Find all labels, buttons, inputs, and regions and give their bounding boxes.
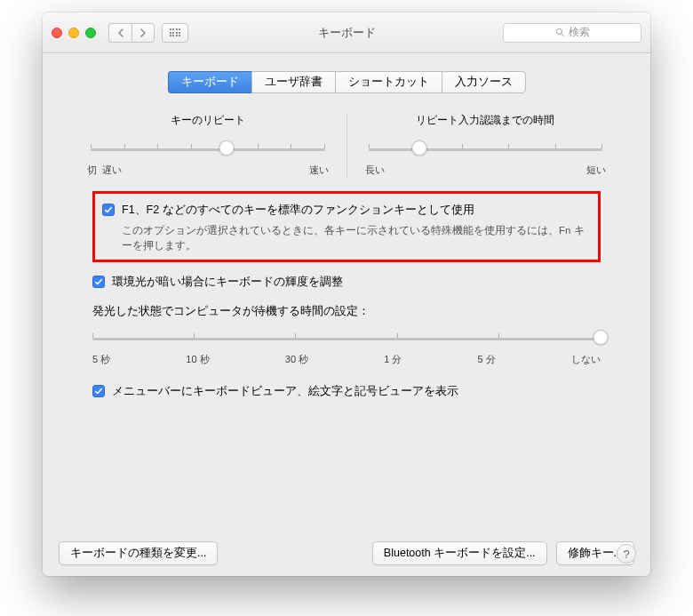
adjust-brightness-label: 環境光が暗い場合にキーボードの輝度を調整 [112, 275, 343, 290]
forward-button[interactable] [131, 23, 155, 43]
search-input[interactable]: 検索 [503, 23, 641, 43]
traffic-lights [52, 28, 96, 38]
show-viewers-checkbox[interactable] [92, 385, 105, 397]
idle-stop-10s: 10 秒 [186, 353, 209, 366]
idle-stop-30s: 30 秒 [285, 353, 308, 366]
tab-user-dict[interactable]: ユーザ辞書 [251, 71, 335, 93]
slider-row: キーのリピート 切 遅い 速い リピート入力認識までの時間 [59, 113, 634, 177]
show-all-button[interactable] [162, 23, 188, 43]
minimize-button[interactable] [68, 28, 79, 38]
change-keyboard-type-button[interactable]: キーボードの種類を変更... [59, 541, 218, 565]
bottom-buttons: キーボードの種類を変更... Bluetooth キーボードを設定... 修飾キ… [43, 541, 650, 565]
tab-input-sources[interactable]: 入力ソース [442, 71, 526, 93]
idle-stop-never: しない [571, 353, 601, 366]
slider-divider [346, 113, 347, 177]
delay-title: リピート入力認識までの時間 [363, 113, 609, 128]
fn-keys-label: F1、F2 などのすべてのキーを標準のファンクションキーとして使用 [122, 203, 474, 218]
highlight-box: F1、F2 などのすべてのキーを標準のファンクションキーとして使用 このオプショ… [92, 191, 601, 262]
grid-icon [170, 28, 181, 36]
svg-line-1 [561, 34, 563, 36]
idle-stops: 5 秒 10 秒 30 秒 1 分 5 分 しない [92, 353, 601, 366]
titlebar: キーボード 検索 [43, 12, 650, 53]
idle-thumb[interactable] [593, 330, 609, 345]
key-repeat-title: キーのリピート [85, 113, 331, 128]
help-button[interactable]: ? [617, 544, 636, 564]
show-viewers-option: メニューバーにキーボードビューア、絵文字と記号ビューアを表示 [92, 380, 601, 403]
check-icon [104, 205, 113, 214]
key-repeat-thumb[interactable] [219, 140, 234, 156]
content-area: キーボード ユーザ辞書 ショートカット 入力ソース キーのリピート 切 遅い 速… [43, 53, 650, 417]
tab-keyboard[interactable]: キーボード [168, 71, 251, 93]
close-button[interactable] [52, 28, 62, 38]
fn-keys-hint: このオプションが選択されているときに、各キーに示されている特殊機能を使用するには… [122, 223, 591, 252]
bluetooth-setup-button[interactable]: Bluetooth キーボードを設定... [372, 541, 547, 565]
idle-stop-1m: 1 分 [384, 353, 402, 366]
delay-long-label: 長い [365, 164, 385, 177]
fn-keys-option: F1、F2 などのすべてのキーを標準のファンクションキーとして使用 [102, 199, 591, 221]
idle-stop-5m: 5 分 [478, 353, 496, 366]
key-repeat-slider-group: キーのリピート 切 遅い 速い [85, 113, 331, 177]
preferences-window: キーボード 検索 キーボード ユーザ辞書 ショートカット 入力ソース キーのリピ… [43, 12, 650, 576]
fn-keys-checkbox[interactable] [102, 204, 115, 216]
options-area: F1、F2 などのすべてのキーを標準のファンクションキーとして使用 このオプショ… [59, 177, 634, 403]
idle-slider[interactable] [92, 330, 601, 349]
key-repeat-fast-label: 速い [309, 164, 329, 177]
show-viewers-label: メニューバーにキーボードビューア、絵文字と記号ビューアを表示 [112, 384, 458, 399]
check-icon [94, 387, 103, 396]
delay-slider[interactable] [369, 140, 603, 158]
zoom-button[interactable] [85, 28, 96, 38]
key-repeat-slider[interactable] [91, 140, 325, 158]
tab-shortcuts[interactable]: ショートカット [335, 71, 442, 93]
check-icon [94, 277, 103, 286]
back-button[interactable] [108, 23, 131, 43]
idle-section: 発光した状態でコンピュータが待機する時間の設定： 5 秒 10 秒 30 秒 1… [92, 293, 601, 366]
tab-bar: キーボード ユーザ辞書 ショートカット 入力ソース [59, 71, 634, 93]
search-placeholder: 検索 [569, 25, 590, 40]
delay-slider-group: リピート入力認識までの時間 長い 短い [363, 113, 609, 177]
key-repeat-off-label: 切 遅い [87, 164, 122, 177]
adjust-brightness-checkbox[interactable] [92, 276, 105, 288]
idle-stop-5s: 5 秒 [92, 353, 110, 366]
adjust-brightness-option: 環境光が暗い場合にキーボードの輝度を調整 [92, 271, 601, 293]
search-icon [555, 28, 565, 37]
delay-short-label: 短い [586, 164, 606, 177]
delay-thumb[interactable] [412, 140, 427, 156]
nav-buttons [108, 23, 155, 43]
footer: ? [617, 544, 636, 564]
idle-label: 発光した状態でコンピュータが待機する時間の設定： [92, 304, 601, 319]
